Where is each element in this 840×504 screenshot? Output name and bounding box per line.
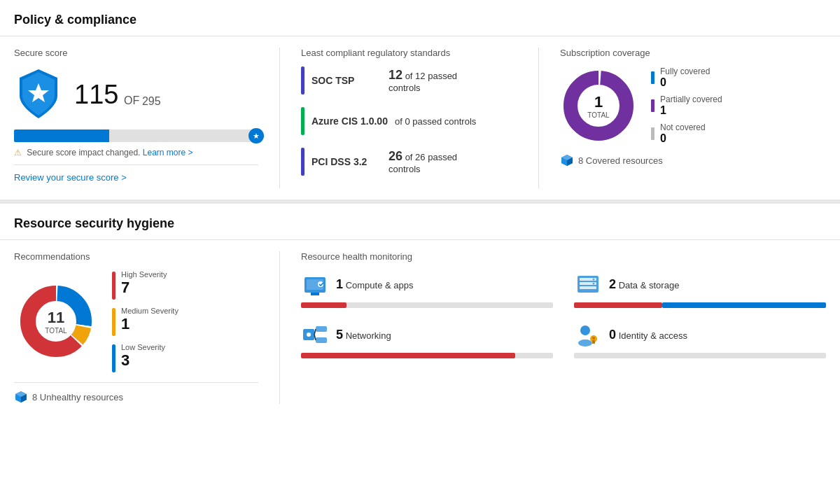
networking-icon [301,321,329,349]
medium-severity-label: Medium Severity [121,307,178,315]
low-severity-item: Low Severity 3 [112,343,178,372]
fully-covered-count: 0 [660,76,710,89]
identity-bar-wrap [574,353,826,358]
svg-point-39 [592,337,595,340]
recommendations-total-label: TOTAL [45,327,66,335]
not-covered-label: Not covered [660,122,706,132]
unhealthy-resources: 8 Unhealthy resources [14,382,258,404]
shield-icon [14,66,63,122]
health-item-identity: 0 Identity & access [574,321,826,358]
recommendations-panel: Recommendations [14,251,280,404]
svg-point-28 [593,283,595,285]
subscription-total-label: TOTAL [587,111,609,119]
score-alert: ⚠ Secure score impact changed. Learn mor… [14,148,258,158]
azure-cis-name: Azure CIS 1.0.00 [312,115,388,127]
svg-rect-38 [592,340,595,344]
azure-cis-passed: of 0 passed controls [395,116,476,127]
data-bar-wrap [574,302,826,308]
high-severity-count: 7 [121,279,167,297]
score-total: 295 [142,94,161,106]
high-severity-item: High Severity 7 [112,270,178,300]
not-covered-count: 0 [660,132,706,145]
hygiene-section: Resource security hygiene Recommendation… [0,204,840,415]
svg-line-33 [314,335,316,340]
compliant-item-azure-cis: Azure CIS 1.0.00 of 0 passed controls [301,107,517,135]
learn-more-link[interactable]: Learn more > [143,148,193,158]
secure-score-label: Secure score [14,48,258,58]
hygiene-title: Resource security hygiene [0,204,840,240]
data-name: Data & storage [619,280,680,290]
score-of: OF [124,94,139,106]
compute-count: 1 [336,277,343,291]
score-star-icon: ★ [248,128,264,144]
fully-covered-label: Fully covered [660,66,710,76]
networking-bar-fill [301,353,515,358]
networking-bar-wrap [301,353,553,358]
health-panel: Resource health monitoring [280,251,826,404]
svg-point-35 [580,326,590,335]
pci-name: PCI DSS 3.2 [312,156,382,167]
unhealthy-cube-icon [14,390,28,404]
legend-fully-covered: Fully covered 0 [651,66,722,89]
high-severity-bar [112,272,115,300]
review-secure-score-link[interactable]: Review your secure score > [14,164,258,183]
compute-bar-fill [301,302,346,308]
covered-resources-text: 8 Covered resources [578,155,663,166]
fully-covered-bar [651,71,654,84]
networking-name: Networking [346,330,391,341]
compliant-item-pci: PCI DSS 3.2 26 of 26 passedcontrols [301,148,517,176]
score-progress-fill [14,130,109,142]
networking-count: 5 [336,328,343,342]
partially-covered-count: 1 [660,104,722,117]
severity-list: High Severity 7 Medium Severity 1 [112,270,178,372]
azure-cis-bar [301,107,304,135]
identity-count: 0 [609,328,616,342]
data-bar-fill-red [574,302,662,308]
legend-not-covered: Not covered 0 [651,122,722,145]
compute-bar-wrap [301,302,553,308]
medium-severity-bar [112,308,115,336]
subscription-donut: 1 TOTAL [560,67,637,144]
svg-rect-21 [311,293,319,295]
policy-title: Policy & compliance [0,0,840,36]
alert-icon: ⚠ [14,148,22,158]
covered-resources: 8 Covered resources [560,153,826,167]
svg-point-34 [307,332,311,337]
partially-covered-bar [651,99,654,112]
subscription-label: Subscription coverage [560,48,826,58]
subscription-legend: Fully covered 0 Partially covered 1 [651,66,722,145]
subscription-panel: Subscription coverage 1 [539,48,826,188]
recommendations-total-num: 11 [45,309,66,327]
high-severity-label: High Severity [121,270,167,279]
svg-rect-26 [580,286,596,289]
svg-line-32 [314,329,316,335]
least-compliant-panel: Least compliant regulatory standards SOC… [280,48,539,188]
low-severity-bar [112,344,115,372]
data-bar-fill-blue [662,302,826,308]
health-item-data: 2 Data & storage [574,270,826,308]
svg-point-27 [593,279,595,281]
score-number: 115 [74,80,118,109]
subscription-donut-center: 1 TOTAL [587,93,609,119]
svg-point-36 [578,340,592,346]
score-progress-bar: ★ [14,130,258,142]
soc-name: SOC TSP [312,75,382,86]
low-severity-count: 3 [121,351,165,370]
svg-rect-30 [316,326,327,332]
soc-bar [301,66,304,94]
svg-rect-31 [316,337,327,343]
unhealthy-resources-text: 8 Unhealthy resources [32,392,123,402]
compliant-item-soc: SOC TSP 12 of 12 passedcontrols [301,66,517,94]
health-monitoring-label: Resource health monitoring [301,251,826,262]
secure-score-panel: Secure score 115 OF 295 [14,48,280,188]
health-item-networking: 5 Networking [301,321,553,358]
medium-severity-item: Medium Severity 1 [112,307,178,336]
not-covered-bar [651,127,654,140]
health-item-compute: 1 Compute & apps [301,270,553,308]
recommendations-label: Recommendations [14,251,258,262]
low-severity-label: Low Severity [121,343,165,351]
soc-passed: 12 of 12 passedcontrols [388,68,457,93]
partially-covered-label: Partially covered [660,94,722,104]
pci-passed: 26 of 26 passedcontrols [388,149,457,174]
recommendations-donut: 11 TOTAL [14,279,98,363]
